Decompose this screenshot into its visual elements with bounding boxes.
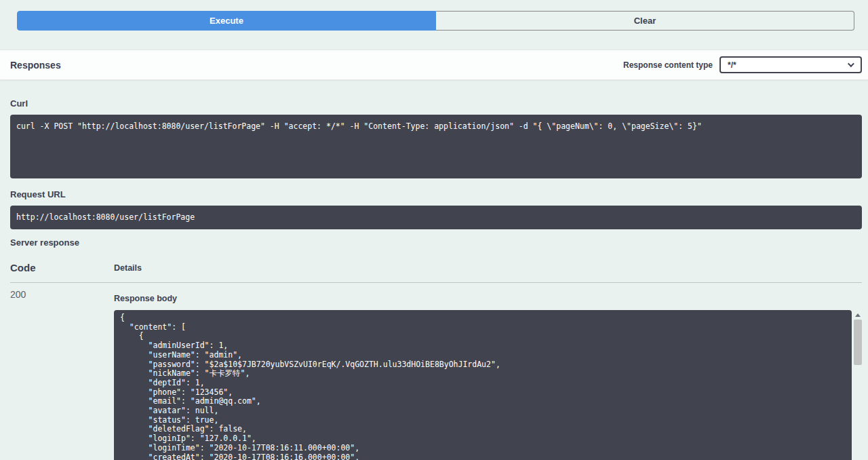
responses-title: Responses	[10, 60, 61, 71]
code-column-header: Code	[10, 262, 114, 273]
server-response-table-header: Code Details	[10, 262, 862, 283]
response-body-scrollbar[interactable]	[854, 310, 862, 460]
request-url-label: Request URL	[10, 189, 862, 199]
scrollbar-thumb[interactable]	[854, 320, 862, 365]
request-url-value: http://localhost:8080/user/listForPage	[10, 206, 862, 229]
details-column-header: Details	[114, 262, 862, 273]
curl-label: Curl	[10, 98, 862, 109]
response-content-type-label: Response content type	[623, 60, 713, 70]
curl-command[interactable]: curl -X POST "http://localhost:8080/user…	[10, 115, 862, 178]
try-it-out-panel: Execute Clear Responses Response content…	[0, 0, 868, 460]
response-body-label: Response body	[114, 294, 862, 303]
scrollbar-up-arrow-icon[interactable]	[855, 313, 861, 317]
execute-button-group: Execute Clear	[0, 0, 868, 31]
chevron-down-icon	[848, 60, 854, 67]
response-content-type-value: */*	[728, 60, 736, 70]
response-details-cell: Response body { "content": [ { "adminUse…	[114, 289, 862, 460]
response-content-type-select[interactable]: */*	[719, 56, 862, 73]
response-body-json[interactable]: { "content": [ { "adminUserId": 1, "user…	[114, 310, 852, 460]
execute-button[interactable]: Execute	[17, 11, 436, 31]
responses-header: Responses Response content type */*	[0, 50, 868, 80]
response-row: 200 Response body { "content": [ { "admi…	[10, 283, 862, 460]
response-content-type-control: Response content type */*	[623, 56, 862, 73]
responses-inner: Curl curl -X POST "http://localhost:8080…	[0, 98, 868, 460]
server-response-table: Code Details 200 Response body { "conten…	[10, 262, 862, 460]
clear-button[interactable]: Clear	[436, 11, 854, 31]
response-body-container: { "content": [ { "adminUserId": 1, "user…	[114, 310, 862, 460]
server-response-label: Server response	[10, 237, 862, 248]
response-status-code: 200	[10, 289, 114, 460]
